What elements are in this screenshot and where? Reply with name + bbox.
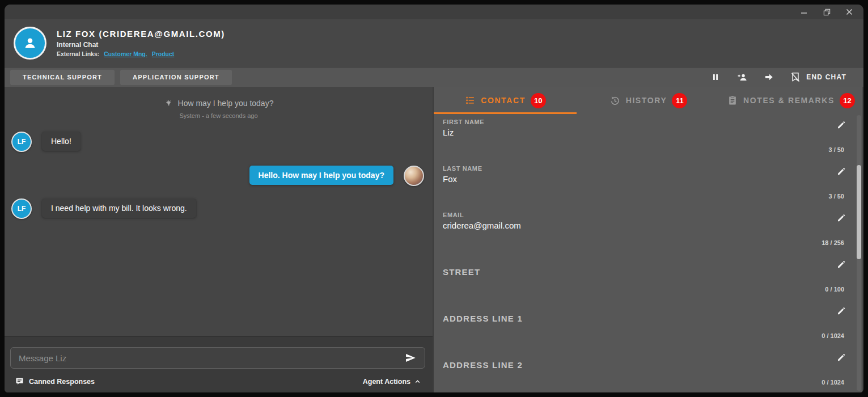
- message-row-customer-2: LF I need help with my bill. It looks wr…: [11, 198, 433, 219]
- external-links-label: External Links:: [57, 50, 99, 57]
- message-row-customer-1: LF Hello!: [11, 132, 433, 152]
- field-last-name: LAST NAME Fox 3 / 50: [434, 161, 862, 207]
- system-message-text: How may I help you today?: [178, 99, 274, 108]
- panel-tabs: CONTACT 10 HISTORY 11: [434, 87, 862, 114]
- message-input-wrap: [10, 347, 425, 369]
- tab-history-label: HISTORY: [626, 96, 667, 105]
- pause-button[interactable]: [710, 71, 721, 83]
- message-list: How may I help you today? System - a few…: [5, 87, 433, 336]
- message-row-agent: Hello. How may I help you today?: [5, 166, 433, 186]
- send-button[interactable]: [402, 351, 419, 365]
- tab-contact-label: CONTACT: [481, 96, 526, 105]
- tab-application-support[interactable]: APPLICATION SUPPORT: [120, 70, 232, 85]
- customer-initials-avatar: LF: [11, 132, 32, 152]
- person-add-icon: [736, 71, 748, 83]
- field-value: Liz: [443, 128, 828, 137]
- end-chat-label: END CHAT: [806, 73, 846, 81]
- titlebar: [5, 5, 863, 19]
- panel-scrollbar-thumb[interactable]: [857, 165, 861, 259]
- agent-message-bubble: Hello. How may I help you today?: [249, 166, 393, 185]
- clipboard-icon: [727, 95, 738, 106]
- end-chat-button[interactable]: END CHAT: [790, 71, 846, 83]
- message-input[interactable]: [11, 353, 402, 363]
- minimize-icon: [801, 9, 807, 15]
- paper-plane-icon: [404, 352, 417, 364]
- agent-actions-label: Agent Actions: [363, 378, 410, 386]
- field-counter: 3 / 50: [828, 193, 844, 200]
- transfer-button[interactable]: [763, 71, 774, 83]
- invite-agent-button[interactable]: [736, 71, 748, 83]
- annotation-badge-10: 10: [531, 93, 546, 108]
- field-counter: 0 / 1024: [822, 379, 844, 386]
- app-window: LIZ FOX (CRIDEREA@GMAIL.COM) Internal Ch…: [5, 5, 863, 392]
- close-icon: [846, 9, 853, 15]
- field-street: STREET 0 / 100: [434, 254, 862, 300]
- history-clock-icon: [609, 95, 621, 107]
- minimize-button[interactable]: [800, 8, 808, 16]
- speech-bubble-icon: [15, 377, 24, 386]
- field-label: ADDRESS LINE 2: [443, 360, 828, 370]
- field-first-name: FIRST NAME Liz 3 / 50: [434, 114, 862, 161]
- customer-title: LIZ FOX (CRIDEREA@GMAIL.COM): [57, 29, 225, 39]
- chat-type-label: Internal Chat: [57, 41, 225, 49]
- customer-initials-avatar: LF: [11, 198, 32, 219]
- edit-first-name-icon[interactable]: [836, 120, 846, 130]
- tab-history[interactable]: HISTORY 11: [577, 87, 719, 114]
- field-address-line-2: ADDRESS LINE 2 0 / 1024: [434, 347, 862, 392]
- panel-scrollbar-track[interactable]: [857, 115, 861, 391]
- message-bubble: Hello!: [42, 132, 81, 151]
- contact-fields: FIRST NAME Liz 3 / 50 LAST NAME Fox: [434, 114, 862, 392]
- chat-header: LIZ FOX (CRIDEREA@GMAIL.COM) Internal Ch…: [5, 19, 863, 67]
- external-link-customer-mng[interactable]: Customer Mng.: [104, 50, 147, 57]
- contact-panel: CONTACT 10 HISTORY 11: [434, 87, 862, 392]
- annotation-badge-12: 12: [840, 93, 855, 108]
- chevron-up-icon: [414, 378, 421, 385]
- conversation-tabstrip: TECHNICAL SUPPORT APPLICATION SUPPORT: [5, 67, 863, 87]
- lightbulb-icon: [164, 98, 173, 108]
- restore-button[interactable]: [823, 8, 831, 16]
- field-counter: 18 / 256: [822, 239, 844, 246]
- external-link-product[interactable]: Product: [152, 50, 175, 57]
- pause-icon: [711, 73, 720, 82]
- field-label: EMAIL: [443, 212, 828, 218]
- field-email: EMAIL criderea@gmail.com 18 / 256: [434, 207, 862, 254]
- tab-notes-remarks[interactable]: NOTES & REMARKS 12: [719, 87, 862, 114]
- message-bubble: I need help with my bill. It looks wrong…: [42, 198, 196, 218]
- close-button[interactable]: [845, 8, 853, 16]
- field-label: ADDRESS LINE 1: [443, 314, 828, 323]
- avatar-initials: LF: [18, 138, 26, 146]
- field-value: Fox: [443, 174, 828, 184]
- person-icon: [22, 35, 39, 52]
- canned-responses-label: Canned Responses: [29, 378, 95, 386]
- list-icon: [464, 95, 476, 106]
- field-counter: 0 / 1024: [822, 332, 844, 339]
- field-label: STREET: [443, 267, 828, 277]
- tab-technical-support[interactable]: TECHNICAL SUPPORT: [10, 70, 115, 85]
- field-value: criderea@gmail.com: [443, 221, 828, 230]
- system-message: How may I help you today? System - a few…: [5, 98, 433, 119]
- system-message-meta: System - a few seconds ago: [5, 112, 433, 119]
- edit-email-icon[interactable]: [836, 213, 846, 223]
- edit-last-name-icon[interactable]: [836, 166, 846, 176]
- field-counter: 0 / 100: [825, 286, 844, 293]
- composer: Canned Responses Agent Actions: [5, 336, 433, 392]
- edit-address-line-2-icon[interactable]: [836, 352, 846, 362]
- annotation-badge-11: 11: [672, 93, 687, 108]
- customer-avatar: [14, 27, 46, 60]
- edit-street-icon[interactable]: [836, 259, 846, 269]
- field-counter: 3 / 50: [828, 146, 844, 153]
- external-links: External Links:Customer Mng.Product: [57, 50, 225, 57]
- agent-actions-button[interactable]: Agent Actions: [363, 378, 421, 386]
- agent-photo-avatar: [404, 166, 424, 186]
- flag-slash-icon: [790, 71, 801, 83]
- restore-icon: [823, 9, 831, 16]
- field-address-line-1: ADDRESS LINE 1 0 / 1024: [434, 300, 862, 347]
- field-label: FIRST NAME: [443, 119, 828, 125]
- avatar-initials: LF: [18, 205, 26, 213]
- canned-responses-button[interactable]: Canned Responses: [15, 377, 95, 386]
- chat-pane: How may I help you today? System - a few…: [5, 87, 434, 392]
- edit-address-line-1-icon[interactable]: [836, 306, 846, 316]
- arrow-right-icon: [764, 72, 774, 82]
- tab-contact[interactable]: CONTACT 10: [434, 87, 577, 114]
- screen: LIZ FOX (CRIDEREA@GMAIL.COM) Internal Ch…: [0, 0, 868, 397]
